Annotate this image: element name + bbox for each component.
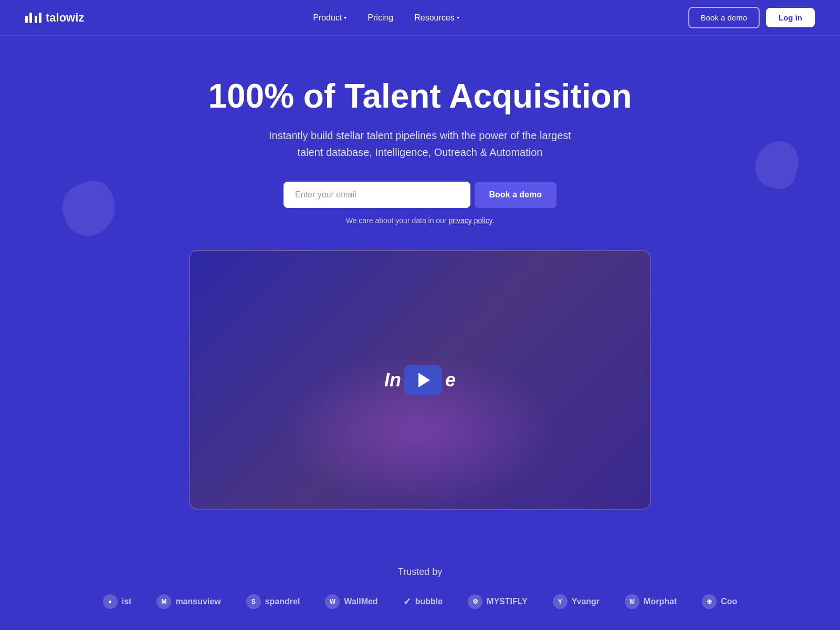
brand-logo[interactable]: talowiz bbox=[25, 11, 84, 25]
brand-name: talowiz bbox=[46, 11, 84, 25]
logo-mansuview: M mansuview bbox=[156, 594, 220, 609]
chevron-down-icon: ▾ bbox=[344, 15, 346, 20]
logo-icon bbox=[25, 13, 41, 23]
logo-bubble: ✓ bubble bbox=[403, 596, 443, 607]
logo-yvangr: Y Yvangr bbox=[553, 594, 600, 609]
decorative-blob-right bbox=[751, 136, 804, 193]
video-overlay: In e bbox=[384, 365, 456, 395]
logo-wallmed-icon: W bbox=[325, 594, 340, 609]
logo-coo: ⊕ Coo bbox=[702, 594, 737, 609]
logo-morphat-icon: M bbox=[625, 594, 639, 609]
nav-actions: Book a demo Log in bbox=[688, 7, 815, 28]
nav-links: Product ▾ Pricing Resources ▾ bbox=[304, 9, 468, 27]
nav-resources[interactable]: Resources ▾ bbox=[406, 9, 467, 27]
decorative-blob-left bbox=[56, 175, 123, 243]
privacy-policy-link[interactable]: privacy policy bbox=[448, 216, 492, 225]
login-button[interactable]: Log in bbox=[766, 8, 815, 27]
trusted-section: Trusted by ● ist M mansuview S spandrel … bbox=[0, 541, 840, 622]
logo-ist-icon: ● bbox=[103, 594, 118, 609]
play-button[interactable] bbox=[404, 365, 442, 395]
logo-mansuview-icon: M bbox=[156, 594, 171, 609]
privacy-note: We care about your data in our privacy p… bbox=[346, 216, 495, 225]
logo-ist: ● ist bbox=[103, 594, 132, 609]
video-container[interactable]: In e bbox=[189, 250, 651, 510]
email-input[interactable] bbox=[284, 182, 470, 208]
book-demo-hero-button[interactable]: Book a demo bbox=[475, 182, 556, 208]
hero-subtitle: Instantly build stellar talent pipelines… bbox=[262, 127, 578, 161]
book-demo-nav-button[interactable]: Book a demo bbox=[688, 7, 760, 28]
logo-coo-icon: ⊕ bbox=[702, 594, 717, 609]
chevron-down-icon: ▾ bbox=[457, 15, 459, 20]
navbar: talowiz Product ▾ Pricing Resources ▾ Bo… bbox=[0, 0, 840, 36]
logo-mystifly: ⚙ MYSTIFLY bbox=[468, 594, 528, 609]
logo-morphat: M Morphat bbox=[625, 594, 677, 609]
trusted-label: Trusted by bbox=[398, 566, 442, 578]
logo-yvangr-icon: Y bbox=[553, 594, 568, 609]
nav-pricing[interactable]: Pricing bbox=[359, 9, 402, 27]
logo-wallmed: W WallMed bbox=[325, 594, 377, 609]
play-icon bbox=[418, 373, 430, 387]
hero-form: Book a demo bbox=[284, 182, 556, 208]
nav-product[interactable]: Product ▾ bbox=[304, 9, 355, 27]
logo-bubble-icon: ✓ bbox=[403, 596, 411, 607]
logo-spandrel: S spandrel bbox=[246, 594, 300, 609]
trusted-logos: ● ist M mansuview S spandrel W WallMed ✓… bbox=[103, 594, 738, 609]
logo-spandrel-icon: S bbox=[246, 594, 261, 609]
video-text-before: In bbox=[384, 369, 401, 391]
hero-section: 100% of Talent Acquisition Instantly bui… bbox=[0, 36, 840, 541]
hero-title: 100% of Talent Acquisition bbox=[208, 78, 632, 114]
video-text-after: e bbox=[445, 369, 456, 391]
logo-mystifly-icon: ⚙ bbox=[468, 594, 482, 609]
